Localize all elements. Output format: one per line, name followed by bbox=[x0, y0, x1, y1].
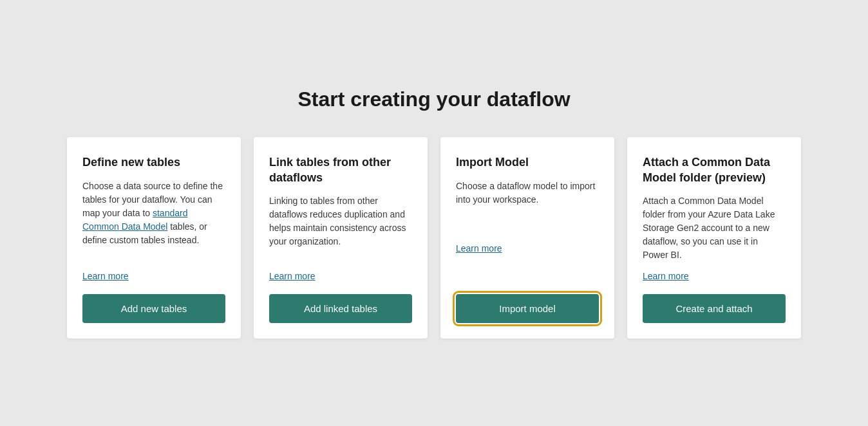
card-text-import-model: Choose a dataflow model to import into y… bbox=[456, 180, 599, 234]
card-text-define-new-tables: Choose a data source to define the table… bbox=[82, 180, 225, 262]
add-linked-tables-button[interactable]: Add linked tables bbox=[269, 294, 412, 323]
card-text-link-tables: Linking to tables from other dataflows r… bbox=[269, 194, 412, 262]
card-title-link-tables: Link tables from other dataflows bbox=[269, 155, 412, 185]
card-title-define-new-tables: Define new tables bbox=[82, 155, 225, 170]
card-description-link-tables: Linking to tables from other dataflows r… bbox=[269, 194, 412, 294]
learn-more-link-attach-cdm[interactable]: Learn more bbox=[643, 271, 786, 281]
card-import-model: Import Model Choose a dataflow model to … bbox=[440, 137, 614, 338]
card-link-tables: Link tables from other dataflows Linking… bbox=[254, 137, 428, 338]
card-description-import-model: Choose a dataflow model to import into y… bbox=[456, 180, 599, 266]
learn-more-link-import-model[interactable]: Learn more bbox=[456, 243, 599, 254]
card-text-attach-cdm: Attach a Common Data Model folder from y… bbox=[643, 194, 786, 262]
card-spacer-import-model bbox=[456, 266, 599, 294]
card-title-attach-cdm: Attach a Common Data Model folder (previ… bbox=[643, 155, 786, 185]
learn-more-link-define-new-tables[interactable]: Learn more bbox=[82, 271, 225, 281]
cards-container: Define new tables Choose a data source t… bbox=[22, 137, 846, 338]
card-description-attach-cdm: Attach a Common Data Model folder from y… bbox=[643, 194, 786, 294]
card-title-import-model: Import Model bbox=[456, 155, 599, 170]
card-description-define-new-tables: Choose a data source to define the table… bbox=[82, 180, 225, 294]
card-define-new-tables: Define new tables Choose a data source t… bbox=[67, 137, 241, 338]
page-title: Start creating your dataflow bbox=[297, 88, 570, 111]
card-attach-cdm: Attach a Common Data Model folder (previ… bbox=[627, 137, 801, 338]
import-model-button[interactable]: Import model bbox=[456, 294, 599, 323]
learn-more-link-link-tables[interactable]: Learn more bbox=[269, 271, 412, 281]
create-and-attach-button[interactable]: Create and attach bbox=[643, 294, 786, 323]
add-new-tables-button[interactable]: Add new tables bbox=[82, 294, 225, 323]
